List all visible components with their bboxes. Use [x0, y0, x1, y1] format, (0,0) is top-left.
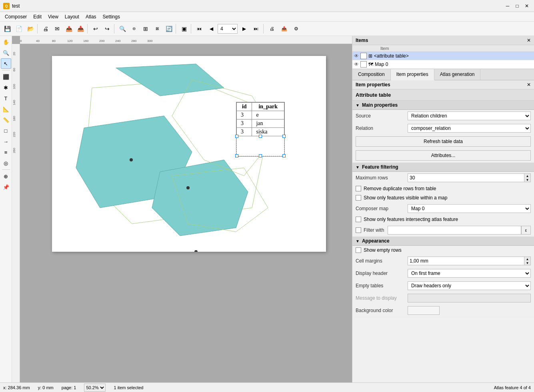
atlas-page-select[interactable]: 4 [218, 24, 238, 34]
composer-map-label: Composer map [356, 206, 408, 211]
tab-item-properties[interactable]: Item properties [391, 69, 434, 80]
section-arrow-filtering: ▼ [356, 165, 360, 169]
source-select[interactable]: Layer features Relation children [408, 111, 531, 120]
menu-view[interactable]: View [45, 13, 62, 20]
tool-pin-items[interactable]: 📌 [1, 182, 11, 192]
attributes-button[interactable]: Attributes... [356, 150, 531, 161]
zoom-select[interactable]: 50.2% [84, 384, 106, 392]
max-rows-input[interactable] [408, 174, 524, 182]
atlas-print[interactable]: 🖨 [266, 23, 278, 34]
items-column-header: Item [352, 45, 534, 52]
tab-composition[interactable]: Composition [352, 69, 391, 80]
menu-composer[interactable]: Composer [2, 13, 30, 20]
cell-margins-row: Cell margins ▲ ▼ [352, 255, 534, 267]
section-appearance[interactable]: ▼ Appearance [352, 237, 534, 246]
tool-add-attribute-table[interactable]: ≡ [1, 147, 11, 157]
toolbar-sep3 [114, 24, 116, 34]
tool-pan[interactable]: ✋ [1, 37, 11, 47]
show-visible-checkbox[interactable] [356, 195, 361, 201]
tool-add-arrow[interactable]: → [1, 136, 11, 147]
refresh-table-button[interactable]: Refresh table data [356, 136, 531, 147]
tool-add-html[interactable]: ◎ [1, 158, 11, 168]
background-color-control [408, 306, 531, 315]
canvas-area[interactable]: id in_park 3 e 3 jan [20, 44, 352, 382]
tool-move-item-content[interactable]: ⊕ [1, 171, 11, 181]
minimize-button[interactable]: ─ [504, 2, 512, 10]
intersect-checkbox[interactable] [356, 217, 361, 222]
filter-expression-button[interactable]: ε [521, 226, 531, 235]
toolbar-export-pdf[interactable]: 📤 [63, 23, 74, 34]
tool-add-map[interactable]: ⬛ [1, 72, 11, 82]
composer-map-select[interactable]: Map 0 [408, 204, 531, 213]
toolbar-select[interactable]: ▣ [178, 23, 190, 34]
toolbar-open[interactable]: 📂 [25, 23, 36, 34]
display-header-select[interactable]: On first frame On all frames No header [408, 269, 531, 278]
close-button[interactable]: ✕ [523, 2, 531, 10]
items-panel-close[interactable]: ✕ [527, 38, 531, 43]
cell-margins-input[interactable] [408, 257, 524, 265]
menu-layout[interactable]: Layout [62, 13, 82, 20]
tool-add-basic-shape[interactable]: □ [1, 125, 11, 136]
toolbar-zoom-out[interactable]: ⊖ [128, 23, 140, 34]
page: id in_park 3 e 3 jan [52, 56, 326, 252]
props-content[interactable]: ▼ Main properties Source Layer features … [352, 101, 534, 382]
tool-zoom[interactable]: 🔍 [1, 48, 11, 58]
section-main-label: Main properties [362, 102, 398, 108]
tool-add-image[interactable]: ✱ [1, 82, 11, 93]
toolbar-zoom-full[interactable]: ⊞ [140, 23, 151, 34]
props-close-button[interactable]: ✕ [527, 82, 531, 88]
menu-atlas[interactable]: Atlas [82, 13, 100, 20]
toolbar-sep2 [87, 24, 89, 34]
tool-add-scalebar[interactable]: 📏 [1, 115, 11, 125]
atlas-settings[interactable]: ⚙ [290, 23, 302, 34]
background-color-label: Background color [356, 308, 408, 313]
atlas-next[interactable]: ▶ [238, 23, 250, 34]
max-rows-up[interactable]: ▲ [524, 174, 530, 178]
toolbar-save[interactable]: 💾 [2, 23, 13, 34]
empty-tables-select[interactable]: Draw headers only Hide entire table Show… [408, 281, 531, 290]
tool-add-legend[interactable]: 📐 [1, 104, 11, 114]
filter-checkbox[interactable] [356, 227, 361, 233]
toolbar-new[interactable]: 📄 [13, 23, 24, 34]
atlas-prev[interactable]: ◀ [206, 23, 217, 34]
atlas-first[interactable]: ⏮ [194, 23, 205, 34]
max-rows-down[interactable]: ▼ [524, 178, 530, 182]
filter-control: ε [388, 226, 531, 235]
background-color-swatch[interactable] [408, 306, 440, 315]
toolbar-redo[interactable]: ↪ [102, 23, 113, 34]
toolbar-zoom-fit[interactable]: ⊠ [152, 23, 163, 34]
tab-atlas-generation[interactable]: Atlas generation [434, 69, 481, 80]
filter-input[interactable] [388, 226, 521, 235]
empty-rows-checkbox[interactable] [356, 247, 361, 253]
maximize-button[interactable]: □ [513, 2, 521, 10]
relation-select[interactable]: composer_relation [408, 124, 531, 133]
toolbar-email[interactable]: ✉ [52, 23, 63, 34]
attribute-table-overlay[interactable]: id in_park 3 e 3 jan [236, 102, 285, 157]
tool-add-label[interactable]: T [1, 93, 11, 103]
map-svg [52, 56, 326, 252]
svg-point-6 [130, 158, 133, 161]
items-row-attr-table[interactable]: 👁 ⊞ <attribute table> [352, 52, 534, 60]
atlas-last[interactable]: ⏭ [250, 23, 262, 34]
toolbar-print[interactable]: 🖨 [40, 23, 51, 34]
lock-icon-map [360, 61, 367, 68]
menu-edit[interactable]: Edit [30, 13, 45, 20]
cell-margins-up[interactable]: ▲ [524, 257, 530, 261]
toolbar-zoom-in[interactable]: 🔍 [117, 23, 128, 34]
eye-icon: 👁 [354, 53, 359, 59]
toolbar: 💾 📄 📂 🖨 ✉ 📤 📥 ↩ ↪ 🔍 ⊖ ⊞ ⊠ 🔄 ▣ ⏮ ◀ 4 ▶ ⏭ … [0, 22, 534, 36]
section-feature-filtering[interactable]: ▼ Feature filtering [352, 163, 534, 172]
items-row-map0[interactable]: 👁 🗺 Map 0 [352, 60, 534, 69]
atlas-export[interactable]: 📤 [278, 23, 290, 34]
message-input[interactable] [408, 294, 531, 302]
tool-select[interactable]: ↖ [1, 58, 11, 69]
cell-margins-down[interactable]: ▼ [524, 261, 530, 265]
toolbar-export-svg[interactable]: 📥 [75, 23, 86, 34]
remove-dup-checkbox[interactable] [356, 186, 361, 191]
tabs-bar: Composition Item properties Atlas genera… [352, 69, 534, 80]
section-main-properties[interactable]: ▼ Main properties [352, 101, 534, 110]
toolbar-refresh[interactable]: 🔄 [163, 23, 174, 34]
toolbar-sep5 [191, 24, 192, 34]
menu-settings[interactable]: Settings [100, 13, 123, 20]
toolbar-undo[interactable]: ↩ [90, 23, 101, 34]
